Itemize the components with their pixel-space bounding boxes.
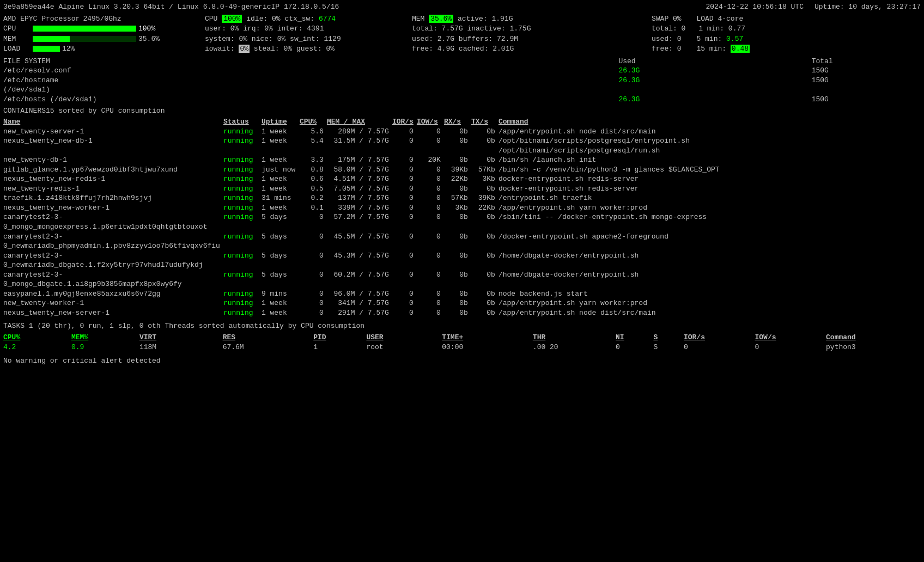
cpu-nice: 0% (277, 35, 286, 43)
container-uptime: 5 days (262, 270, 300, 280)
container-cpu: 5.6 (300, 127, 327, 137)
container-name: 0_newmariadb_dbgate.1.f2xy5tryr97vhudl7u… (3, 260, 223, 270)
container-ior (392, 279, 417, 289)
container-cmd: /app/entrypoint.sh node dist/src/main (499, 308, 921, 318)
container-ior: 0 (392, 184, 417, 194)
container-cpu (300, 146, 327, 156)
fs-path: (/dev/sda1) (3, 85, 618, 95)
th-ior2: IOR/s (684, 333, 755, 343)
table-row: 4.2 0.9 118M 67.6M 1 root 00:00 .00 20 0… (3, 343, 921, 352)
container-mem: 7.05M / 7.57G (327, 184, 392, 194)
container-status (223, 260, 262, 270)
fs-used: 26.3G (618, 66, 811, 76)
table-row: 0_mongo_dbgate.1.ai8gp9b3856mapfx8px0wy6… (3, 279, 921, 289)
container-rx (444, 279, 471, 289)
container-status: running (223, 193, 262, 203)
fs-path: /etc/hostname (3, 76, 618, 85)
container-iow (417, 146, 444, 156)
container-tx: 0b (471, 308, 499, 318)
container-mem: 4.51M / 7.57G (327, 174, 392, 184)
container-rx: 0b (444, 298, 471, 308)
table-row: 0_newmariadb_dbgate.1.f2xy5tryr97vhudl7u… (3, 260, 921, 270)
container-rx: 22Kb (444, 174, 471, 184)
container-tx: 0b (471, 155, 499, 165)
container-ior (392, 260, 417, 270)
th-time: TIME+ (442, 333, 533, 343)
header-bar: 3e9a859ea44e Alpine Linux 3.20.3 64bit /… (3, 2, 921, 12)
container-status: running (223, 251, 262, 261)
container-iow: 0 (417, 270, 444, 280)
cpu-ctxsw: 6774 (319, 15, 336, 23)
container-ior: 0 (392, 193, 417, 203)
cpu-bar-label: CPU (3, 24, 31, 34)
container-cmd: /app/entrypoint.sh yarn worker:prod (499, 203, 921, 213)
thread-cmd: python3 (826, 343, 921, 352)
container-cpu: 0 (300, 232, 327, 242)
container-status: running (223, 270, 262, 280)
container-rx (444, 146, 471, 156)
cpu-bar-fill (33, 26, 136, 32)
container-ior (392, 146, 417, 156)
table-row: /etc/hosts (/dev/sda1) 26.3G 150G (3, 95, 921, 105)
th-rx: RX/s (444, 117, 471, 127)
container-name: nexus_twenty_new-db-1 (3, 136, 223, 146)
th-res: RES (223, 333, 314, 343)
container-status: running (223, 308, 262, 318)
container-name: canarytest2-3- (3, 270, 223, 280)
container-status: running (223, 165, 262, 175)
container-cpu: 0.6 (300, 174, 327, 184)
container-name: easypanel.1.my0gj8enxe85axzxu6s6v72gg (3, 289, 223, 299)
container-name: new_twenty-redis-1 (3, 184, 223, 194)
datetime-label: 2024-12-22 10:56:18 UTC (706, 2, 804, 12)
th-virt: VIRT (139, 333, 223, 343)
load-bar-fill (33, 46, 60, 52)
cpu-irq: 0% (264, 25, 273, 33)
table-row: new_twenty-server-1 running 1 week 5.6 2… (3, 127, 921, 137)
thread-pid: 1 (313, 343, 366, 352)
mem-bar-container (33, 36, 136, 42)
load-cores: 4-core (718, 15, 743, 23)
container-uptime: 1 week (262, 127, 300, 137)
container-cpu: 0 (300, 308, 327, 318)
filesystem-section: FILE SYSTEM Used Total /etc/resolv.conf … (3, 57, 921, 105)
th-ni: NI (616, 333, 653, 343)
mem-buffers: 72.9M (497, 35, 518, 43)
container-uptime (262, 279, 300, 289)
container-iow: 0 (417, 251, 444, 261)
fs-total: 150G (812, 76, 921, 85)
container-rx: 0b (444, 232, 471, 242)
container-mem: 175M / 7.57G (327, 155, 392, 165)
container-tx: 0b (471, 136, 499, 146)
fs-header-total: Total (812, 57, 921, 66)
container-tx: 3Kb (471, 174, 499, 184)
container-iow (417, 222, 444, 232)
container-status: running (223, 298, 262, 308)
container-name: new_twenty-server-1 (3, 127, 223, 137)
container-mem: 31.5M / 7.57G (327, 136, 392, 146)
fs-used: 26.3G (618, 95, 811, 105)
swap-used: 0 (677, 35, 682, 43)
container-tx (471, 146, 499, 156)
threads-section: CPU% MEM% VIRT RES PID USER TIME+ THR NI… (3, 333, 921, 352)
container-cmd: /docker-entrypoint.sh apache2-foreground (499, 232, 921, 242)
container-ior: 0 (392, 251, 417, 261)
container-cpu: 3.3 (300, 155, 327, 165)
container-mem: 289M / 7.57G (327, 127, 392, 137)
container-iow: 0 (417, 232, 444, 242)
container-cmd: /entrypoint.sh traefik (499, 193, 921, 203)
th-ior: IOR/s (392, 117, 417, 127)
container-cmd: /home/dbgate-docker/entrypoint.sh (499, 270, 921, 280)
cpu-bar-container (33, 26, 136, 32)
load-bar-label: LOAD (3, 44, 31, 54)
container-cpu: 0 (300, 251, 327, 261)
container-status: running (223, 289, 262, 299)
thread-virt: 118M (139, 343, 223, 352)
table-row: new_twenty-worker-1 running 1 week 0 341… (3, 298, 921, 308)
container-tx (471, 260, 499, 270)
fs-header-name: FILE SYSTEM (3, 57, 618, 66)
threads-table: CPU% MEM% VIRT RES PID USER TIME+ THR NI… (3, 333, 921, 352)
container-tx: 57Kb (471, 165, 499, 175)
container-status: running (223, 184, 262, 194)
th-uptime: Uptime (262, 117, 300, 127)
cpu-iowait-highlight: 0% (239, 45, 250, 53)
